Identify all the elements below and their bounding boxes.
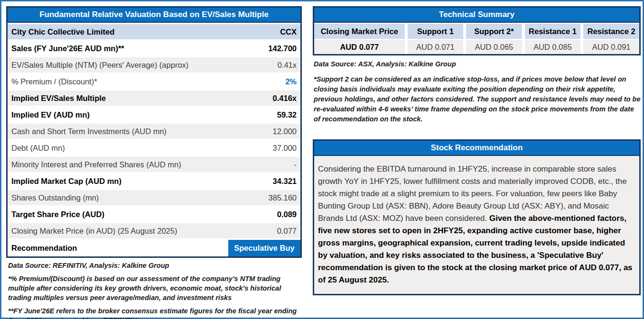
- valuation-section: Fundamental Relative Valuation Based on …: [6, 6, 302, 319]
- support2-footnote: *Support 2 can be considered as an indic…: [314, 74, 641, 124]
- row-value: 0.416x: [273, 91, 297, 106]
- column-header: Support 1: [408, 24, 464, 39]
- row-value: 59.32: [277, 107, 297, 122]
- technical-summary-title: Technical Summary: [314, 8, 639, 23]
- column-header: Resistance 2: [583, 24, 639, 39]
- valuation-table: Fundamental Relative Valuation Based on …: [6, 6, 302, 258]
- cell-value: AUD 0.091: [583, 40, 639, 54]
- page-frame: Fundamental Relative Valuation Based on …: [0, 0, 644, 319]
- row-label: Debt (AUD mn): [11, 140, 65, 155]
- row-value: 0.077: [277, 223, 297, 238]
- table-row-ev-sales-multiple: EV/Sales Multiple (NTM) (Peers' Average)…: [8, 57, 300, 73]
- premium-discount-footnote: *% Premium/(Discount) is based on our as…: [6, 274, 302, 302]
- valuation-footnotes: Data Source: REFINITIV, Analysis: Kalkin…: [6, 261, 302, 319]
- table-row-shares-outstanding: Shares Outstanding (mn) 385.160: [8, 190, 300, 205]
- recommendation-label: Recommendation: [8, 240, 77, 256]
- row-value: 0.41x: [278, 57, 297, 73]
- recommendation-text-bold: Given the above-mentioned factors, five …: [318, 214, 633, 284]
- table-row-target-share-price: Target Share Price (AUD) 0.089: [8, 207, 300, 222]
- ticker: CCX: [280, 24, 297, 39]
- table-row-minority-interest: Minority Interest and Preferred Shares (…: [8, 157, 300, 172]
- valuation-table-title: Fundamental Relative Valuation Based on …: [8, 8, 300, 23]
- technical-summary-value-row: AUD 0.077 AUD 0.071 AUD 0.065 AUD 0.085 …: [314, 40, 639, 54]
- row-value: 34.321: [273, 173, 297, 189]
- row-label: Minority Interest and Preferred Shares (…: [11, 157, 181, 172]
- row-label: Implied Market Cap (AUD mn): [11, 173, 121, 189]
- table-row-recommendation: Recommendation Speculative Buy: [8, 240, 300, 256]
- row-label: EV/Sales Multiple (NTM) (Peers' Average)…: [11, 57, 188, 73]
- row-value: 37.000: [273, 140, 297, 155]
- company-name: City Chic Collective Limited: [11, 24, 114, 39]
- row-value: 12.000: [273, 124, 297, 139]
- row-label: Cash and Short Term Investments (AUD mn): [11, 124, 167, 139]
- row-value: 385.160: [268, 190, 297, 205]
- column-header: Closing Market Price: [314, 24, 405, 39]
- fy-estimate-footnote: **FY June'26E refers to the broker conse…: [6, 306, 302, 319]
- row-label: % Premium / (Discount)*: [11, 74, 97, 89]
- table-row-implied-ev-sales: Implied EV/Sales Multiple 0.416x: [8, 91, 300, 106]
- cell-value: AUD 0.065: [466, 40, 522, 54]
- row-value: 142.700: [268, 41, 297, 56]
- cell-value: AUD 0.071: [408, 40, 464, 54]
- row-label: Sales (FY June'26E AUD mn)**: [11, 41, 124, 56]
- column-header: Support 2*: [466, 24, 522, 39]
- row-label: Closing Market Price (in AUD) (25 August…: [11, 223, 177, 238]
- stock-recommendation-title: Stock Recommendation: [314, 141, 639, 156]
- table-row-sales: Sales (FY June'26E AUD mn)** 142.700: [8, 41, 300, 56]
- technical-summary-table: Technical Summary Closing Market Price S…: [313, 6, 641, 55]
- recommendation-badge: Speculative Buy: [228, 240, 300, 256]
- table-row-implied-ev: Implied EV (AUD mn) 59.32: [8, 107, 300, 122]
- stock-recommendation-text: Considering the EBITDA turnaround in 1HF…: [314, 156, 639, 294]
- technical-data-source: Data Source: ASX, Analysis: Kalkine Grou…: [314, 60, 641, 68]
- technical-section: Technical Summary Closing Market Price S…: [313, 6, 641, 124]
- table-row-closing-market-price: Closing Market Price (in AUD) (25 August…: [8, 223, 300, 238]
- cell-value: AUD 0.077: [314, 40, 405, 54]
- row-value: 0.089: [277, 207, 297, 222]
- stock-recommendation-box: Stock Recommendation Considering the EBI…: [313, 139, 641, 295]
- cell-value: AUD 0.085: [525, 40, 581, 54]
- row-label: Implied EV/Sales Multiple: [11, 91, 106, 106]
- table-row-cash: Cash and Short Term Investments (AUD mn)…: [8, 124, 300, 139]
- table-row-debt: Debt (AUD mn) 37.000: [8, 140, 300, 155]
- row-value: -: [294, 157, 297, 172]
- column-header: Resistance 1: [525, 24, 581, 39]
- row-label: Shares Outstanding (mn): [11, 190, 99, 205]
- technical-summary-header-row: Closing Market Price Support 1 Support 2…: [314, 24, 639, 39]
- table-row-premium-discount: % Premium / (Discount)* 2%: [8, 74, 300, 89]
- row-label: Implied EV (AUD mn): [11, 107, 90, 122]
- table-row-implied-market-cap: Implied Market Cap (AUD mn) 34.321: [8, 173, 300, 189]
- row-value: 2%: [285, 74, 297, 89]
- data-source-note: Data Source: REFINITIV, Analysis: Kalkin…: [6, 261, 302, 270]
- row-label: Target Share Price (AUD): [11, 207, 104, 222]
- table-row-company: City Chic Collective Limited CCX: [8, 24, 300, 39]
